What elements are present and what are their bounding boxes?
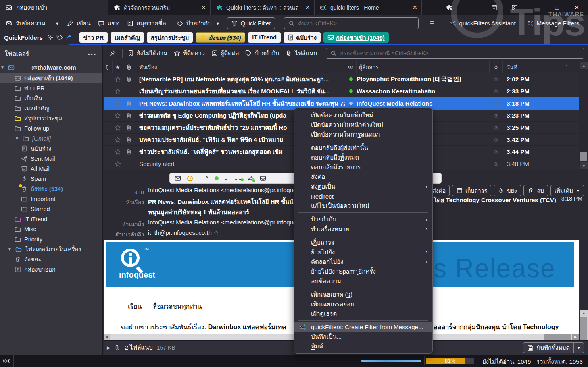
folder-item[interactable]: ถังขยะ: [0, 254, 102, 264]
scroll-left-icon[interactable]: ◀: [104, 334, 110, 340]
tab-3[interactable]: QuickFilters :: ค้นหา :: ส่วนเสริ✕: [211, 0, 315, 15]
tab-inbox[interactable]: กล่องขาเข้า: [0, 0, 108, 15]
folder-item[interactable]: เบิกเงิน: [0, 93, 102, 103]
correspondents-icon-header[interactable]: [345, 61, 357, 73]
folder-item[interactable]: กล่องขาออก: [0, 264, 102, 274]
close-tab-icon[interactable]: ✕: [198, 4, 206, 11]
filter-tag-button[interactable]: ป้ายกำกับ: [242, 47, 282, 59]
star-icon[interactable]: [113, 124, 123, 131]
star-icon[interactable]: [113, 161, 123, 167]
correspondents-column-header[interactable]: ผู้สื่อสาร: [357, 61, 490, 73]
menu-item[interactable]: ป้ายกำกับ›: [294, 214, 432, 224]
star-icon[interactable]: [113, 76, 123, 83]
junk-toggle-icon[interactable]: [490, 124, 503, 131]
scroll-right-icon[interactable]: ▶: [572, 334, 579, 340]
filter-ribbon-button[interactable]: ยังไม่ได้อ่าน: [124, 47, 171, 59]
unread-indicator[interactable]: [349, 77, 353, 81]
star-icon[interactable]: [113, 88, 123, 95]
folder-item[interactable]: Spam: [0, 174, 102, 184]
menu-item[interactable]: ทำเครื่องหมาย›: [294, 224, 432, 234]
menu-item[interactable]: quickFilters: Create Filter from Message…: [294, 322, 432, 332]
tab-2[interactable]: ตัวจัดการส่วนเสริม✕: [108, 0, 211, 15]
mail-icon[interactable]: [175, 175, 181, 182]
menu-item[interactable]: เปิดข้อความในการสนทนา: [294, 130, 432, 139]
menu-item[interactable]: ย้ายไปยัง "Spam" อีกครั้ง: [294, 267, 432, 276]
menu-item[interactable]: ย้ายไปยัง›: [294, 247, 432, 257]
menu-item[interactable]: คัดลอกไปยัง›: [294, 257, 432, 267]
menu-item[interactable]: เพิกเฉยเธรดย่อย: [294, 299, 432, 309]
maximize-button[interactable]: □: [555, 4, 559, 12]
prev-unread-icon[interactable]: ⌃: [205, 176, 209, 181]
thread-column-header[interactable]: [104, 61, 113, 73]
account-row[interactable]: ▼@thaiware.com: [0, 62, 102, 73]
scroll-up-icon[interactable]: ▲: [580, 62, 588, 69]
junk-toggle-icon[interactable]: [490, 112, 503, 119]
chevron-down-icon[interactable]: ▼: [15, 136, 19, 141]
menu-item[interactable]: เก็บถาวร: [294, 238, 432, 247]
menu-item[interactable]: ตอบกลับถึงผู้ส่งเท่านั้น: [294, 143, 432, 153]
message-row[interactable]: เรียนเชิญร่วมชมภาพยนตร์รอบสื่อมวลชน เรื่…: [104, 85, 579, 97]
reader-button[interactable]: เพิ่มเติม▼: [550, 185, 584, 196]
menu-item[interactable]: Redirect: [294, 191, 432, 201]
folder-item[interactable]: IT iTrend: [0, 214, 102, 224]
chevron-down-icon[interactable]: ▼: [7, 247, 12, 251]
filter-star-button[interactable]: ที่ติดดาว: [171, 47, 208, 59]
get-messages-button[interactable]: รับข้อความ: [2, 17, 49, 30]
gear-icon[interactable]: [47, 34, 54, 41]
folder-item[interactable]: Misc: [0, 224, 102, 234]
chevron-down-icon[interactable]: ▼: [0, 65, 5, 70]
save-all-dropmarker[interactable]: ▼: [574, 343, 584, 353]
next-unread-icon[interactable]: ⌄: [224, 176, 228, 181]
junk-toggle-icon[interactable]: [490, 161, 503, 167]
app-menu-button[interactable]: [425, 18, 439, 29]
expand-attachments-icon[interactable]: ▶: [107, 345, 110, 350]
folder-item[interactable]: ▼[Gmail]: [0, 133, 102, 143]
message-filters-button[interactable]: Message Filters...: [523, 18, 588, 29]
jump-folder-icon[interactable]: [66, 34, 72, 41]
folder-item[interactable]: ข่าว PR: [0, 83, 102, 93]
address-book-button[interactable]: สมุดรายชื่อ: [123, 17, 170, 30]
menu-item[interactable]: พิมพ์...: [294, 342, 432, 351]
subject-column-header[interactable]: หัวเรื่อง: [135, 61, 345, 73]
scrollbar-thumb[interactable]: [580, 152, 587, 161]
search-input[interactable]: [298, 20, 414, 27]
minimize-button[interactable]: —: [534, 4, 540, 11]
inbox-icon[interactable]: [260, 175, 266, 182]
tab-4[interactable]: quickFilters - Home✕: [315, 0, 422, 15]
folder-pane-menu-button[interactable]: •••: [88, 51, 96, 58]
quick-filter-button[interactable]: Quick Filter: [227, 17, 275, 29]
unread-indicator[interactable]: [349, 89, 353, 93]
junk-toggle-icon[interactable]: [490, 76, 503, 83]
folder-item[interactable]: เมลสำคัญ: [0, 103, 102, 113]
reader-button[interactable]: ลบ: [523, 185, 548, 196]
menu-item[interactable]: ส่งต่อ: [294, 172, 432, 182]
folder-item[interactable]: ฉบับร่าง: [0, 143, 102, 153]
unread-indicator[interactable]: [349, 102, 353, 105]
junk-toggle-icon[interactable]: [490, 88, 503, 95]
pin-icon[interactable]: [109, 50, 116, 56]
broadcast-icon[interactable]: [0, 355, 14, 367]
skip-icon[interactable]: ⌄⌄: [234, 176, 242, 181]
tag-button[interactable]: ป้ายกำกับ▼: [173, 17, 224, 30]
menu-item[interactable]: แก้ไขเป็นข้อความใหม่: [294, 201, 432, 211]
menu-item[interactable]: เปิดข้อความในหน้าต่างใหม่: [294, 120, 432, 130]
thread-list-scrollbar[interactable]: ▲ ▼: [579, 61, 588, 170]
menu-item[interactable]: เปิดข้อความในแท็บใหม่: [294, 110, 432, 120]
menu-item[interactable]: ส่งต่อเป็น›: [294, 182, 432, 191]
star-icon[interactable]: [113, 149, 123, 155]
chat-button[interactable]: แชท: [94, 17, 123, 30]
menu-item[interactable]: ตอบกลับถึงทั้งหมด: [294, 153, 432, 162]
tag-icon[interactable]: [56, 34, 63, 41]
write-button[interactable]: เขียน: [63, 17, 94, 30]
star-icon[interactable]: ☆: [213, 229, 219, 236]
folder-item[interactable]: ถังขยะ (534): [0, 184, 102, 194]
star-icon[interactable]: [113, 100, 123, 107]
filter-text-input[interactable]: [340, 50, 580, 56]
folder-item[interactable]: Starred: [0, 204, 102, 214]
attachment-count[interactable]: 2 ไฟล์แนบ: [125, 343, 152, 352]
get-messages-dropmarker[interactable]: ▼: [52, 19, 61, 28]
message-row[interactable]: [Netmarble PR] เกม Netmarble ลดสูงสุด 50…: [104, 73, 579, 85]
quickfolders-tab[interactable]: เมลสำคัญ: [111, 32, 144, 43]
menu-item[interactable]: ตอบกลับถึงรายการ: [294, 162, 432, 172]
star-icon[interactable]: [113, 112, 123, 119]
